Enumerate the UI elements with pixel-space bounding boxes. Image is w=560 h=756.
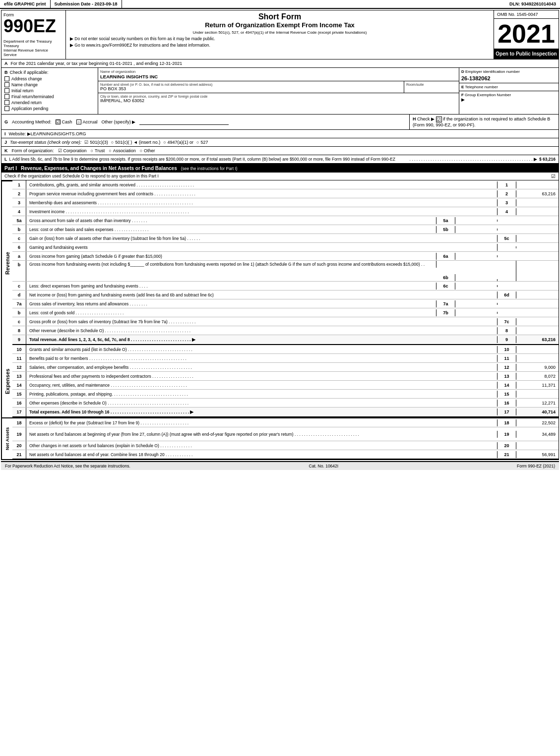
section-a-label: A xyxy=(4,61,8,66)
line-2-num: 2 xyxy=(12,189,26,198)
k-assoc-checkbox[interactable]: ○ xyxy=(109,148,111,153)
line-11-amount xyxy=(516,357,559,359)
revenue-section-label: Revenue xyxy=(1,180,12,345)
line-11-desc: Benefits paid to or for members . . . . … xyxy=(26,355,498,362)
line-7a-amount xyxy=(455,303,498,305)
line-17-desc: Total expenses. Add lines 10 through 16 … xyxy=(26,408,498,415)
j-4947-checkbox[interactable]: ○ xyxy=(163,140,166,145)
room-label: Room/suite xyxy=(406,83,457,86)
line-8-num: 8 xyxy=(12,326,26,335)
line-5b-subbox: 5b xyxy=(436,226,455,233)
line-1-desc: Contributions, gifts, grants, and simila… xyxy=(26,181,498,188)
name-change-label: Name change xyxy=(11,82,38,87)
line-13-amount: 8,072 xyxy=(516,373,559,380)
group-num-arrow: ▶ xyxy=(461,97,465,102)
line-16-ref: 16 xyxy=(498,400,516,407)
line-6-desc: Gaming and fundraising events xyxy=(26,244,498,251)
line-7a-desc: Gross sales of inventory, less returns a… xyxy=(26,300,436,307)
initial-return-checkbox[interactable] xyxy=(4,88,9,93)
section-i-label: I xyxy=(4,131,6,136)
line-19-ref: 19 xyxy=(498,431,516,438)
section-h-checkbox[interactable]: ☑ xyxy=(436,116,442,122)
part1-schedule-o-check[interactable]: ☑ xyxy=(551,174,556,179)
under-section-text: Under section 501(c), 527, or 4947(a)(1)… xyxy=(70,30,490,35)
line-5c-ref: 5c xyxy=(498,235,516,242)
line-6a-desc: Gross income from gaming (attach Schedul… xyxy=(26,253,436,260)
line-7c-num: c xyxy=(12,317,26,326)
cash-checkbox[interactable]: ☑ xyxy=(56,119,61,124)
line-21-amount: 56,991 xyxy=(516,451,559,458)
j-527-checkbox[interactable]: ○ xyxy=(196,140,199,145)
k-trust-label: Trust xyxy=(95,148,105,153)
accrual-checkbox[interactable]: ○ xyxy=(76,119,81,124)
line-3-desc: Membership dues and assessments . . . . … xyxy=(26,199,498,206)
line-6b-num: b xyxy=(12,261,26,281)
footer-paperwork: For Paperwork Reduction Act Notice, see … xyxy=(5,464,130,468)
line-6c-num: c xyxy=(12,282,26,290)
section-e-label: E Telephone number xyxy=(461,85,557,89)
line-6c-amount xyxy=(455,285,498,287)
j-4947-label: 4947(a)(1) or xyxy=(168,140,194,145)
line-5b-num: b xyxy=(12,225,26,233)
line-5c-desc: Gain or (loss) from sale of assets other… xyxy=(26,235,498,242)
line-15-num: 15 xyxy=(12,390,26,398)
line-10-desc: Grants and similar amounts paid (list in… xyxy=(26,346,498,353)
amended-return-checkbox[interactable] xyxy=(4,100,9,105)
service-label: Service xyxy=(3,53,63,57)
address-change-checkbox[interactable] xyxy=(4,76,9,81)
line-17-num: 17 xyxy=(12,407,26,416)
line-12-ref: 12 xyxy=(498,364,516,371)
line-21-ref: 21 xyxy=(498,451,516,458)
irs-label: Internal Revenue Service xyxy=(3,48,63,53)
line-14-amount: 11,371 xyxy=(516,382,559,389)
line-14-desc: Occupancy, rent, utilities, and maintena… xyxy=(26,382,498,389)
section-h-label: H xyxy=(413,116,416,121)
line-6d-amount xyxy=(516,294,559,296)
line-7c-desc: Gross profit or (loss) from sales of inv… xyxy=(26,318,498,325)
j-501c3-checkbox[interactable]: ☑ xyxy=(84,140,88,145)
ein-value: 26-1382062 xyxy=(461,75,557,81)
line-6c-desc: Less: direct expenses from gaming and fu… xyxy=(26,283,436,290)
section-l-dots: . . . . . . . . . . . . . . . . . . . . … xyxy=(410,157,537,162)
line-6d-ref: 6d xyxy=(498,291,516,298)
line-2-ref: 2 xyxy=(498,190,516,197)
line-18-amount: 22,502 xyxy=(516,419,559,426)
accrual-label: Accrual xyxy=(83,119,98,124)
section-j-text: Tax-exempt status (check only one): xyxy=(10,140,81,145)
line-6c-subbox: 6c xyxy=(436,283,455,290)
line-13-desc: Professional fees and other payments to … xyxy=(26,373,498,380)
line-16-desc: Other expenses (describe in Schedule O) … xyxy=(26,400,498,407)
line-18-ref: 18 xyxy=(498,419,516,426)
k-trust-checkbox[interactable]: ○ xyxy=(91,148,93,153)
other-label: Other (specify) ▶ xyxy=(102,119,136,124)
j-501c-label: 501(c)( ) ◄ (insert no.) xyxy=(115,140,160,145)
line-1-amount xyxy=(516,184,559,186)
line-6-amount xyxy=(516,246,559,248)
line-6a-subbox: 6a xyxy=(436,253,455,260)
line-1-num: 1 xyxy=(12,180,26,189)
k-other-checkbox[interactable]: ○ xyxy=(140,148,142,153)
line-7c-ref: 7c xyxy=(498,318,516,325)
address-change-label: Address change xyxy=(11,76,42,81)
app-pending-label: Application pending xyxy=(11,106,48,111)
section-j-label: J xyxy=(4,140,7,145)
line-15-desc: Printing, publications, postage, and shi… xyxy=(26,391,498,398)
line-18-num: 18 xyxy=(12,418,26,427)
app-pending-checkbox[interactable] xyxy=(4,106,9,111)
line-5c-amount xyxy=(516,237,559,239)
line-5a-subbox: 5a xyxy=(436,217,455,224)
line-3-num: 3 xyxy=(12,198,26,207)
line-19-desc: Net assets or fund balances at beginning… xyxy=(26,431,498,438)
final-return-label: Final return/terminated xyxy=(11,94,54,99)
name-change-checkbox[interactable] xyxy=(4,82,9,87)
final-return-checkbox[interactable] xyxy=(4,94,9,99)
k-corp-checkbox[interactable]: ☑ xyxy=(58,148,62,153)
line-19-amount: 34,489 xyxy=(516,431,559,438)
j-501c-checkbox[interactable]: ○ xyxy=(111,140,114,145)
line-7b-num: b xyxy=(12,308,26,317)
line-5a-amount xyxy=(455,220,498,222)
line-19-num: 19 xyxy=(12,427,26,441)
line-5a-desc: Gross amount from sale of assets other t… xyxy=(26,217,436,224)
line-9-ref: 9 xyxy=(498,336,516,343)
line-11-num: 11 xyxy=(12,354,26,362)
